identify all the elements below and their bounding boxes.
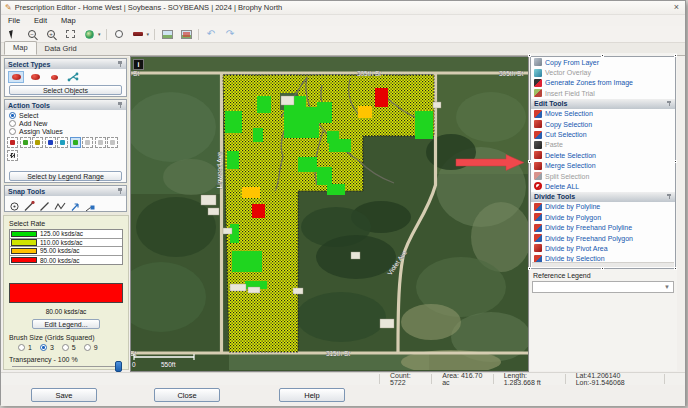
- close-button[interactable]: ×: [674, 2, 679, 13]
- road-label-305th-st: 305th St: [357, 70, 381, 77]
- image-overlay-tool-icon[interactable]: [179, 28, 193, 41]
- snap-polyline-icon[interactable]: [54, 198, 66, 216]
- toolbar-separator: [198, 29, 199, 40]
- legend-row[interactable]: 110.00 ksds/ac: [10, 239, 122, 248]
- redo-icon[interactable]: ↷: [223, 28, 237, 41]
- transparency-slider-track[interactable]: [12, 366, 122, 367]
- pin-icon[interactable]: [117, 188, 123, 194]
- road-label-305th-st-clipped-left: 305th St: [131, 70, 139, 77]
- pin-icon[interactable]: [117, 61, 123, 67]
- tab-map[interactable]: Map: [4, 41, 37, 55]
- globe-dropdown-caret[interactable]: ▾: [98, 31, 101, 37]
- legend-row[interactable]: 95.00 ksds/ac: [10, 247, 122, 256]
- tool-split-selection: Split Selection: [531, 171, 675, 181]
- cell-yellow[interactable]: [32, 137, 43, 148]
- tool-copy-selection[interactable]: Copy Selection: [531, 119, 675, 129]
- info-icon[interactable]: i: [133, 59, 144, 70]
- legend-chip: [11, 231, 37, 237]
- line-width-tool-icon[interactable]: [131, 28, 145, 41]
- pin-icon[interactable]: [666, 101, 672, 107]
- select-cursor-icon[interactable]: [6, 28, 20, 41]
- tool-copy-from-layer[interactable]: Copy From Layer: [531, 57, 675, 67]
- cell-green-selected[interactable]: [70, 137, 81, 148]
- brush-3[interactable]: 3: [40, 344, 54, 351]
- zoom-in-icon[interactable]: +: [44, 28, 58, 41]
- zoom-out-icon[interactable]: −: [25, 28, 39, 41]
- tab-data-grid[interactable]: Data Grid: [37, 43, 85, 55]
- tool-divide-by-freehand-polygon[interactable]: Divide by Freehand Polygon: [531, 233, 675, 243]
- select-type-ellipse[interactable]: [27, 71, 43, 83]
- divide-by-freehand-polyline-icon: [534, 224, 542, 232]
- select-type-path-icon[interactable]: [65, 71, 81, 83]
- prescription-editor-window: ✎ Prescription Editor - Home West | Soyb…: [0, 0, 686, 405]
- snap-tools-header: Snap Tools: [5, 186, 126, 196]
- snap-node-icon[interactable]: [85, 198, 96, 216]
- tool-cut-selection[interactable]: Cut Selection: [531, 129, 675, 139]
- close-button-footer[interactable]: Close: [154, 388, 220, 402]
- selection-handle: [601, 54, 604, 57]
- delete-selection-icon: [534, 151, 542, 159]
- road-label-linwood-ave: Linwood Ave: [216, 151, 223, 188]
- snap-endpoint-icon[interactable]: [24, 198, 35, 216]
- tool-generate-zones-from-image[interactable]: Generate Zones from Image: [531, 78, 675, 88]
- tool-insert-field-trial: Insert Field Trial: [531, 88, 675, 98]
- menu-map[interactable]: Map: [61, 16, 76, 25]
- image-tool-icon[interactable]: [160, 28, 174, 41]
- select-objects-button[interactable]: Select Objects: [9, 85, 122, 95]
- cell-red[interactable]: [7, 137, 18, 148]
- radio-select[interactable]: Select: [9, 112, 122, 119]
- cell-blue[interactable]: [45, 137, 56, 148]
- map-viewport[interactable]: 305th St 305th St 305th St 315th St 315t…: [130, 56, 529, 372]
- tool-delete-selection[interactable]: Delete Selection: [531, 150, 675, 160]
- map-canvas[interactable]: 305th St 305th St 305th St 315th St 315t…: [131, 57, 528, 370]
- snap-vertex-arrow-icon[interactable]: [70, 198, 81, 216]
- merge-selection-icon: [534, 162, 542, 170]
- snap-center-icon[interactable]: [9, 198, 20, 216]
- legend-row[interactable]: 80.00 ksds/ac: [10, 256, 122, 265]
- radio-add-new[interactable]: Add New: [9, 120, 122, 127]
- edit-legend-button[interactable]: Edit Legend...: [32, 319, 100, 329]
- cell-gray3[interactable]: [107, 137, 118, 148]
- line-width-dropdown-caret[interactable]: ▾: [147, 31, 150, 37]
- menu-file[interactable]: File: [8, 16, 20, 25]
- reference-legend-dropdown[interactable]: ▼: [532, 281, 674, 293]
- brush-1[interactable]: 1: [18, 344, 32, 351]
- layers-globe-icon[interactable]: [82, 28, 96, 41]
- undo-icon[interactable]: ↶: [204, 28, 218, 41]
- radio-assign-values[interactable]: Assign Values: [9, 128, 122, 135]
- select-by-legend-range-button[interactable]: Select by Legend Range: [9, 171, 122, 181]
- pencil-icon: ✎: [5, 3, 12, 12]
- selection-handle: [528, 160, 531, 163]
- tool-move-selection[interactable]: Move Selection: [531, 109, 675, 119]
- cell-gray1[interactable]: [82, 137, 93, 148]
- tool-divide-by-polyline[interactable]: Divide by Polyline: [531, 202, 675, 212]
- select-type-buttons: [5, 69, 126, 85]
- brush-size-radios: 1 3 5 9: [18, 344, 98, 351]
- save-button[interactable]: Save: [31, 388, 97, 402]
- divide-by-pivot-area-icon: [534, 244, 542, 252]
- menu-edit[interactable]: Edit: [34, 16, 47, 25]
- action-cells-row2: [5, 148, 126, 161]
- cell-checker[interactable]: [7, 150, 18, 161]
- insert-field-trial-icon: [534, 89, 542, 97]
- select-type-ellipse-small[interactable]: [46, 71, 62, 83]
- pin-icon[interactable]: [117, 102, 123, 108]
- tool-divide-by-freehand-polyline[interactable]: Divide by Freehand Polyline: [531, 222, 675, 232]
- tool-divide-by-polygon[interactable]: Divide by Polygon: [531, 212, 675, 222]
- snap-line-icon[interactable]: [39, 198, 50, 216]
- legend-row[interactable]: 125.00 ksds/ac: [10, 230, 122, 239]
- select-type-ellipse-active[interactable]: [8, 71, 24, 83]
- tool-merge-selection[interactable]: Merge Selection: [531, 161, 675, 171]
- cell-green[interactable]: [20, 137, 31, 148]
- tool-divide-by-pivot-area[interactable]: Divide by Pivot Area: [531, 243, 675, 253]
- cell-teal[interactable]: [57, 137, 68, 148]
- cell-gray2[interactable]: [95, 137, 106, 148]
- transparency-slider-handle[interactable]: [115, 361, 122, 372]
- tool-delete-all[interactable]: Delete ALL: [531, 181, 675, 191]
- zoom-extent-icon[interactable]: [63, 28, 77, 41]
- pin-icon[interactable]: [666, 194, 672, 200]
- brush-9[interactable]: 9: [84, 344, 98, 351]
- help-button[interactable]: Help: [279, 388, 345, 402]
- ellipse-tool-icon[interactable]: [112, 28, 126, 41]
- brush-5[interactable]: 5: [62, 344, 76, 351]
